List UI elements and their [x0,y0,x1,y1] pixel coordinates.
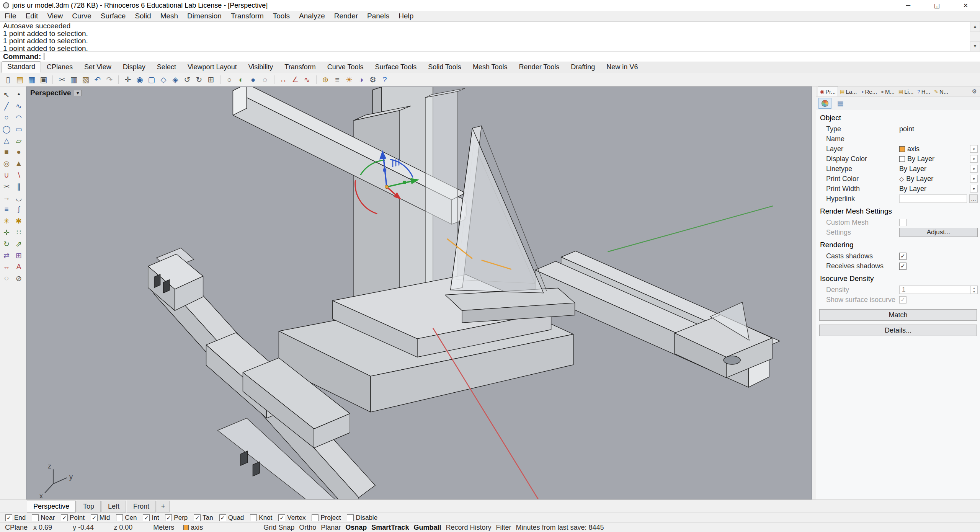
toolbar-tab-mesh-tools[interactable]: Mesh Tools [467,62,513,73]
receives-shadows-checkbox[interactable]: ✓ [899,263,906,270]
status-filter[interactable]: Filter [496,524,511,532]
material-page-button[interactable]: ▦ [834,98,847,109]
add-viewport-tab-button[interactable]: + [157,501,170,512]
osnap-disable-checkbox[interactable] [347,514,354,521]
perspective-viewport[interactable]: z y x Perspective ▼ [26,86,812,499]
toolbar-tab-drafting[interactable]: Drafting [565,62,601,73]
toolbar-tab-curve-tools[interactable]: Curve Tools [322,62,369,73]
osnap-project-checkbox[interactable] [312,514,318,521]
toolbar-tab-render-tools[interactable]: Render Tools [513,62,565,73]
new-file-icon[interactable]: ▯ [3,75,13,85]
status-smarttrack[interactable]: SmartTrack [371,524,409,532]
gumball-origin-handle[interactable] [385,185,389,189]
fillet-tool-icon[interactable]: ◡ [13,193,24,203]
point-tool-icon[interactable]: • [13,90,24,100]
panel-tab-materials[interactable]: ●M... [879,86,897,96]
adjust-button[interactable]: Adjust... [899,228,978,237]
command-line[interactable]: Command: [0,51,980,62]
render-icon[interactable]: ☀ [344,75,354,85]
copy-object-tool-icon[interactable]: ∷ [13,227,24,237]
hyperlink-field[interactable] [899,194,967,203]
scrollbar-track[interactable] [970,32,980,41]
status-osnap[interactable]: Osnap [345,524,367,532]
viewport-title[interactable]: Perspective [30,89,71,97]
cut-icon[interactable]: ✂ [57,75,67,85]
paste-icon[interactable]: ▧ [81,75,91,85]
mirror-tool-icon[interactable]: ⇄ [1,250,12,260]
status-current-layer[interactable]: axis [183,524,203,532]
panel-tab-rendering[interactable]: ◑Re... [859,86,879,96]
move-tool-icon[interactable]: ✛ [1,227,12,237]
minimize-button[interactable]: ─ [894,0,923,11]
sphere-tool-icon[interactable]: ● [13,147,24,157]
osnap-knot-checkbox[interactable] [250,514,257,521]
gumball-y-scale-handle[interactable] [403,181,406,184]
menu-help[interactable]: Help [394,12,418,20]
status-coord-z[interactable]: z 0.00 [114,524,132,532]
dropdown-arrow-icon[interactable]: ▾ [970,145,978,153]
menu-surface[interactable]: Surface [96,12,130,20]
panel-tab-help[interactable]: ?H... [915,86,932,96]
3d-model-scene[interactable]: z y x [26,87,812,499]
cylinder-tool-icon[interactable]: ◎ [1,158,12,168]
casts-shadows-checkbox[interactable]: ✓ [899,253,906,260]
command-history-scrollbar[interactable]: ▲ ▼ [970,22,980,51]
menu-tools[interactable]: Tools [268,12,294,20]
toolbar-tab-viewport-layout[interactable]: Viewport Layout [182,62,243,73]
redo-view-change-icon[interactable]: ↻ [194,75,204,85]
scale-tool-icon[interactable]: ⇗ [13,239,24,249]
boolean-union-tool-icon[interactable]: ∪ [1,170,12,180]
hyperlink-browse-button[interactable]: … [969,194,978,203]
dropdown-arrow-icon[interactable]: ▾ [970,175,978,183]
status-units[interactable]: Meters [153,524,174,532]
select-tool-icon[interactable]: ↖ [1,90,12,100]
osnap-vertex-checkbox[interactable]: ✓ [278,514,285,521]
menu-panels[interactable]: Panels [363,12,394,20]
rendered-display-icon[interactable]: ● [248,75,258,85]
osnap-project[interactable]: Project [312,514,341,522]
save-icon[interactable]: ▦ [27,75,37,85]
osnap-vertex[interactable]: ✓Vertex [278,514,305,522]
osnap-tan[interactable]: ✓Tan [194,514,213,522]
osnap-disable[interactable]: Disable [347,514,377,522]
ellipse-tool-icon[interactable]: ◯ [1,124,12,134]
osnap-cen-checkbox[interactable] [116,514,123,521]
osnap-perp[interactable]: ✓Perp [165,514,188,522]
cone-tool-icon[interactable]: ▲ [13,158,24,168]
osnap-quad[interactable]: ✓Quad [219,514,244,522]
title-bar[interactable]: joris ur model.3dm (728 KB) - Rhinoceros… [0,0,980,11]
zoom-dynamic-icon[interactable]: ◉ [135,75,145,85]
copy-icon[interactable]: ▥ [69,75,79,85]
hide-tool-icon[interactable]: ◌ [1,273,12,283]
array-tool-icon[interactable]: ⊞ [13,250,24,260]
join-tool-icon[interactable]: ∫ [13,204,24,214]
osnap-knot[interactable]: Knot [250,514,272,522]
osnap-int-checkbox[interactable]: ✓ [143,514,150,521]
help-icon[interactable]: ? [380,75,390,85]
undo-view-change-icon[interactable]: ↺ [182,75,192,85]
osnap-near-checkbox[interactable] [32,514,39,521]
status-grid-snap[interactable]: Grid Snap [263,524,294,532]
show-surface-isocurve-checkbox[interactable]: ✓ [899,296,906,304]
viewport-tab-left[interactable]: Left [101,501,126,512]
boolean-difference-tool-icon[interactable]: ∖ [13,170,24,180]
osnap-point[interactable]: ✓Point [61,514,85,522]
gumball-toggle-icon[interactable]: ⊕ [320,75,330,85]
viewport-tab-front[interactable]: Front [127,501,156,512]
scroll-up-icon[interactable]: ▲ [970,22,980,32]
osnap-end[interactable]: ✓End [5,514,26,522]
undo-icon[interactable]: ↶ [93,75,103,85]
menu-mesh[interactable]: Mesh [156,12,183,20]
viewport-tab-top[interactable]: Top [77,501,101,512]
rotate-tool-icon[interactable]: ↻ [1,239,12,249]
viewport-menu-arrow-icon[interactable]: ▼ [74,90,82,96]
menu-edit[interactable]: Edit [21,12,43,20]
object-page-button[interactable] [818,98,831,109]
toolbar-tab-transform[interactable]: Transform [279,62,321,73]
panel-tab-layers[interactable]: ▤La... [838,86,859,96]
render-preview-icon[interactable]: ◑ [356,75,366,85]
toolbar-tab-display[interactable]: Display [117,62,151,73]
redo-icon[interactable]: ↷ [105,75,114,85]
box-tool-icon[interactable]: ■ [1,147,12,157]
close-button[interactable]: ✕ [951,0,980,11]
